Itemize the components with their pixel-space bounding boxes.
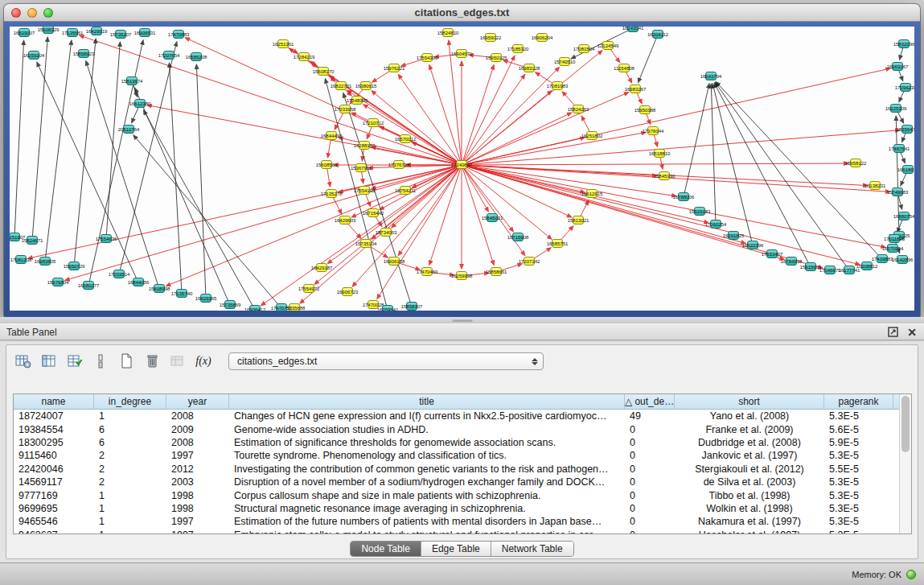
graph-edge[interactable]: [86, 61, 159, 289]
minimize-window-icon[interactable]: [27, 8, 37, 18]
window-titlebar[interactable]: citations_edges.txt: [4, 4, 920, 22]
graph-node[interactable]: 16391825: [728, 231, 739, 240]
graph-node[interactable]: 15845021: [487, 213, 498, 222]
graph-node[interactable]: 15308812: [861, 262, 873, 270]
column-header[interactable]: year: [166, 394, 229, 409]
graph-node[interactable]: 11154808: [618, 64, 630, 72]
graph-node[interactable]: 17207654: [163, 51, 175, 60]
graph-edge[interactable]: [106, 42, 120, 239]
graph-node[interactable]: 15915609: [805, 262, 816, 271]
graph-node[interactable]: 16570012: [400, 134, 411, 143]
graph-edge[interactable]: [462, 68, 890, 165]
graph-node[interactable]: 17554105: [359, 186, 370, 195]
graph-node[interactable]: 16259541: [382, 305, 393, 311]
graph-node[interactable]: 15845330: [659, 171, 670, 180]
graph-node[interactable]: 16959022: [485, 33, 496, 42]
graph-node[interactable]: 17046670: [824, 266, 836, 274]
graph-node[interactable]: 15608170: [318, 67, 329, 76]
scrollbar-thumb[interactable]: [901, 396, 910, 452]
graph-node[interactable]: 17487541: [893, 144, 905, 153]
table-row[interactable]: 2242004622012Investigating the contribut…: [14, 463, 911, 476]
graph-node[interactable]: 16715442: [368, 208, 379, 217]
graph-node[interactable]: 15950388: [639, 105, 651, 114]
graph-node[interactable]: 16138231: [869, 181, 881, 190]
graph-node[interactable]: 16880754: [898, 212, 910, 220]
graph-node[interactable]: 16618612: [902, 165, 914, 174]
graph-node[interactable]: 17284219: [298, 52, 310, 61]
column-header[interactable]: pagerank: [824, 394, 893, 409]
graph-edge[interactable]: [37, 62, 138, 282]
graph-edge[interactable]: [398, 165, 462, 256]
function-builder-icon[interactable]: f(x): [193, 352, 214, 371]
graph-node[interactable]: 17207142: [524, 257, 535, 266]
graph-node[interactable]: 17554972: [303, 284, 314, 293]
graph-node[interactable]: 15858307: [406, 302, 417, 311]
table-row[interactable]: 1830029562008Estimation of significance …: [14, 436, 911, 449]
column-header[interactable]: name: [14, 394, 94, 409]
graph-edge[interactable]: [462, 65, 494, 165]
graph-node[interactable]: 16906723: [342, 287, 353, 296]
graph-node[interactable]: 16963167: [892, 62, 903, 71]
graph-node[interactable]: 16177741: [844, 266, 855, 274]
graph-node[interactable]: 17548305: [351, 96, 363, 105]
graph-node[interactable]: 15734063: [380, 228, 392, 237]
graph-node[interactable]: 17470883: [173, 30, 184, 39]
graph-edge[interactable]: [147, 105, 462, 165]
graph-edge[interactable]: [32, 37, 47, 241]
table-header-row[interactable]: namein_degreeyeartitle△ out_de…shortpage…: [14, 394, 911, 410]
graph-node[interactable]: 17554300: [421, 53, 433, 62]
column-header[interactable]: title: [229, 394, 625, 409]
graph-node[interactable]: 15950125: [491, 53, 502, 62]
graph-edge[interactable]: [398, 74, 462, 165]
graph-node[interactable]: 15735869: [224, 300, 236, 309]
table-row[interactable]: 1938455462009Genome-wide association stu…: [14, 422, 911, 435]
graph-node[interactable]: 16259104: [28, 51, 39, 60]
table-row[interactable]: 977716911998Corpus callosum shape and si…: [14, 488, 911, 501]
table-row[interactable]: 1872400712008Changes of HCN gene express…: [14, 410, 911, 422]
close-panel-icon[interactable]: ✕: [906, 327, 918, 338]
graph-node[interactable]: 17240847: [456, 160, 467, 169]
graph-edge[interactable]: [169, 63, 182, 294]
graph-node[interactable]: 17135740: [176, 289, 187, 298]
graph-edge[interactable]: [462, 130, 900, 165]
graph-edge[interactable]: [716, 82, 882, 259]
graph-node[interactable]: 16429603: [339, 216, 351, 225]
graph-node[interactable]: 15608998: [154, 284, 165, 293]
graph-node[interactable]: 12124549: [602, 41, 614, 50]
graph-edge[interactable]: [45, 40, 72, 262]
graph-node[interactable]: 15832096: [898, 39, 910, 48]
graph-node[interactable]: 17033958: [339, 105, 351, 113]
graph-node[interactable]: 16643794: [705, 72, 717, 80]
graph-edge[interactable]: [372, 91, 462, 165]
column-header[interactable]: in_degree: [94, 394, 166, 409]
graph-node[interactable]: 16904571: [456, 49, 467, 58]
graph-node[interactable]: 15367911: [355, 163, 367, 172]
graph-node[interactable]: 15608563: [321, 160, 332, 169]
new-column-icon[interactable]: [116, 352, 137, 371]
graph-edge[interactable]: [196, 64, 206, 299]
graph-node[interactable]: 17470460: [421, 267, 433, 276]
panel-splitter[interactable]: [0, 317, 924, 323]
graph-node[interactable]: 16225309: [890, 104, 901, 113]
graph-node[interactable]: 18243041: [627, 27, 639, 32]
graph-edge[interactable]: [638, 35, 658, 83]
graph-node[interactable]: 16612915: [586, 189, 598, 198]
table-row[interactable]: 911546021997Tourette syndrome. Phenomeno…: [14, 449, 911, 462]
table-scrollbar[interactable]: [899, 394, 911, 534]
graph-node[interactable]: 17011825: [889, 234, 900, 243]
graph-node[interactable]: 15813021: [573, 216, 584, 225]
graph-node[interactable]: 16380277: [83, 281, 94, 290]
graph-node[interactable]: 16983805: [39, 257, 51, 266]
graph-node[interactable]: 20510764: [123, 125, 134, 134]
graph-node[interactable]: 15740510: [559, 57, 570, 66]
graph-node[interactable]: 17081983: [552, 81, 563, 90]
graph-node[interactable]: 16518810: [654, 149, 665, 158]
graph-node[interactable]: 15929183: [694, 207, 705, 216]
tab-edge-table[interactable]: Edge Table: [421, 542, 491, 556]
graph-node[interactable]: 17033514: [113, 270, 125, 278]
graph-node[interactable]: 15976221: [388, 64, 400, 72]
graph-node[interactable]: 16788006: [678, 192, 689, 201]
graph-node[interactable]: 16906204: [536, 33, 548, 42]
graph-node[interactable]: 17376728: [393, 160, 405, 169]
graph-node[interactable]: 17060254: [710, 220, 721, 229]
